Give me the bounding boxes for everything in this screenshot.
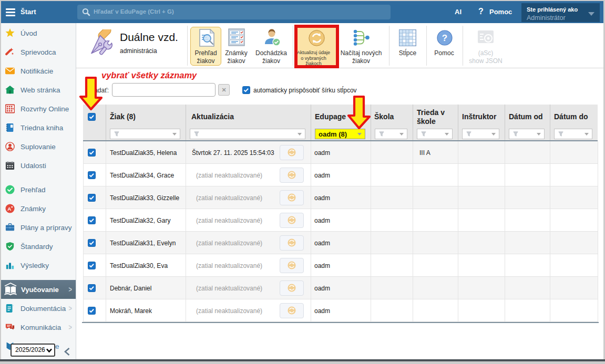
svg-text:A: A xyxy=(7,206,11,212)
svg-text:?: ? xyxy=(442,33,447,43)
